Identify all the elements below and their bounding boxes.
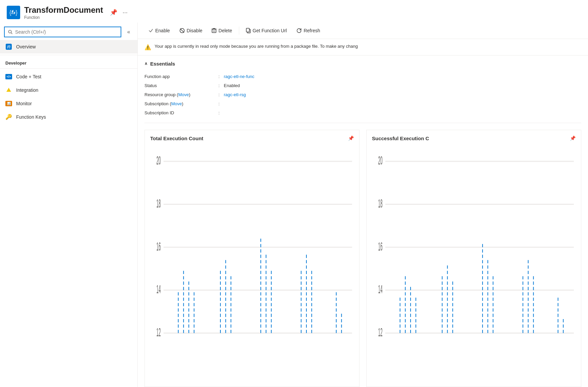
status-value: Enabled [224, 83, 240, 88]
app-icon: {fx} [7, 6, 20, 19]
chart2-pin-icon[interactable]: 📌 [570, 136, 576, 141]
delete-icon [212, 28, 216, 33]
essentials-title: Essentials [150, 61, 175, 67]
svg-text:16: 16 [378, 239, 383, 253]
chart2-title: Successful Execution C [372, 136, 429, 141]
toolbar: Enable Disable [138, 23, 588, 39]
resource-group-label: Resource group (Move) [144, 92, 218, 97]
essentials-section: ∧ Essentials Function app : ragc-etl-ne-… [138, 55, 588, 123]
warning-icon: ⚠️ [144, 44, 151, 50]
warning-banner: ⚠️ Your app is currently in read only mo… [138, 39, 588, 55]
monitor-icon: 📊 [5, 100, 12, 107]
header-title-block: TransformDocument Function [24, 5, 103, 20]
chart2-svg: 20 18 16 14 12 [372, 145, 576, 381]
page-header: {fx} TransformDocument Function 📌 ··· [0, 0, 588, 23]
svg-line-4 [180, 29, 184, 32]
svg-text:20: 20 [378, 154, 383, 167]
search-icon [8, 30, 12, 34]
essentials-row-subscription-id: Subscription ID : [144, 108, 581, 117]
code-icon: </> [5, 73, 12, 80]
developer-section-header: Developer [0, 55, 137, 67]
svg-text:20: 20 [157, 154, 161, 167]
monitor-label: Monitor [16, 101, 32, 106]
chart1-pin-icon[interactable]: 📌 [348, 136, 354, 141]
search-container: « [0, 23, 137, 40]
delete-button[interactable]: Delete [208, 25, 236, 36]
chart1-title-row: Total Execution Count 📌 [150, 136, 354, 141]
total-execution-count-chart: Total Execution Count 📌 20 18 16 14 12 [144, 130, 360, 387]
search-box[interactable] [4, 27, 121, 37]
sidebar: « {f} Overview Developer [0, 23, 138, 387]
svg-rect-5 [212, 29, 216, 33]
chart2-area: 20 18 16 14 12 [372, 145, 576, 381]
svg-text:12: 12 [157, 325, 161, 339]
chart2-title-row: Successful Execution C 📌 [372, 136, 576, 141]
svg-text:18: 18 [157, 197, 161, 210]
overview-label: Overview [16, 44, 36, 49]
key-icon: 🔑 [5, 114, 12, 120]
svg-rect-11 [246, 28, 249, 32]
overview-icon: {f} [5, 43, 12, 50]
status-label: Status [144, 83, 218, 88]
sidebar-item-function-keys[interactable]: 🔑 Function Keys [0, 110, 137, 124]
enable-icon [149, 28, 153, 33]
essentials-row-status: Status : Enabled [144, 81, 581, 90]
more-options-icon[interactable]: ··· [123, 9, 128, 16]
svg-marker-2 [6, 88, 11, 92]
refresh-button[interactable]: Refresh [292, 25, 324, 36]
collapse-button[interactable]: « [124, 27, 133, 37]
essentials-row-function-app: Function app : ragc-etl-ne-func [144, 72, 581, 81]
integration-icon [5, 87, 12, 93]
svg-text:12: 12 [378, 325, 383, 339]
code-test-label: Code + Test [16, 74, 41, 79]
sidebar-item-monitor[interactable]: 📊 Monitor [0, 97, 137, 110]
sidebar-item-code-test[interactable]: </> Code + Test [0, 70, 137, 83]
get-function-url-button[interactable]: Get Function Url [242, 25, 291, 36]
chart1-svg: 20 18 16 14 12 [150, 145, 354, 381]
sidebar-item-overview[interactable]: {f} Overview [0, 40, 137, 53]
disable-icon [179, 28, 185, 33]
page-subtitle: Function [24, 15, 103, 20]
essentials-chevron-icon: ∧ [144, 61, 148, 66]
essentials-row-resource-group: Resource group (Move) : ragc-etl-rsg [144, 90, 581, 99]
essentials-header[interactable]: ∧ Essentials [144, 61, 581, 67]
function-keys-label: Function Keys [16, 114, 46, 120]
refresh-icon [296, 28, 302, 33]
search-input[interactable] [15, 29, 117, 35]
function-app-label: Function app [144, 74, 218, 79]
copy-icon [246, 28, 251, 33]
subscription-move-link[interactable]: Move [171, 101, 182, 106]
subscription-id-label: Subscription ID [144, 110, 218, 115]
resource-group-move-link[interactable]: Move [178, 92, 189, 97]
integration-label: Integration [16, 87, 38, 93]
subscription-label: Subscription (Move) [144, 101, 218, 106]
essentials-grid: Function app : ragc-etl-ne-func Status :… [144, 72, 581, 117]
svg-text:16: 16 [157, 239, 161, 253]
warning-text: Your app is currently in read only mode … [155, 44, 358, 49]
resource-group-value[interactable]: ragc-etl-rsg [224, 92, 246, 97]
function-app-value[interactable]: ragc-etl-ne-func [224, 74, 254, 79]
sidebar-item-integration[interactable]: Integration [0, 83, 137, 97]
svg-text:18: 18 [378, 197, 383, 210]
page-title: TransformDocument [24, 5, 103, 15]
chart1-area: 20 18 16 14 12 [150, 145, 354, 381]
content-area: Enable Disable [138, 23, 588, 387]
pin-icon[interactable]: 📌 [110, 9, 117, 16]
disable-button[interactable]: Disable [175, 25, 207, 36]
svg-line-1 [11, 33, 12, 34]
charts-section: Total Execution Count 📌 20 18 16 14 12 [138, 123, 588, 387]
toolbar-divider [239, 27, 239, 35]
chart1-title: Total Execution Count [150, 136, 203, 141]
successful-execution-count-chart: Successful Execution C 📌 20 18 16 14 12 [366, 130, 581, 387]
svg-text:14: 14 [157, 282, 161, 296]
essentials-row-subscription: Subscription (Move) : [144, 99, 581, 108]
svg-text:14: 14 [378, 282, 383, 296]
enable-button[interactable]: Enable [144, 25, 174, 36]
